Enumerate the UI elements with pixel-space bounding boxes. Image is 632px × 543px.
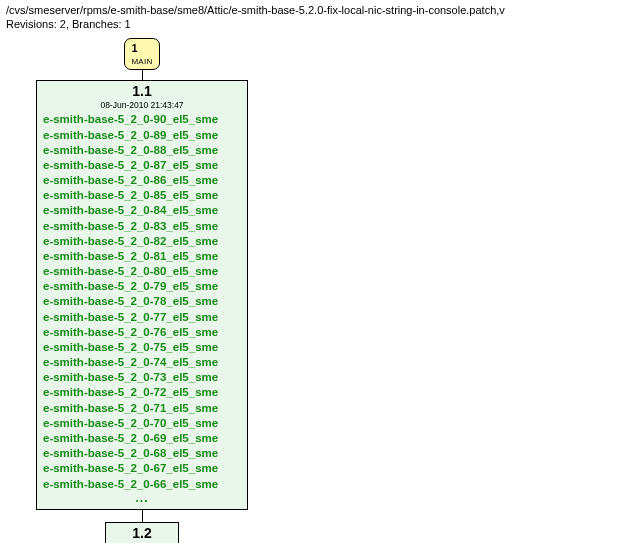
revision-tag: e-smith-base-5_2_0-85_el5_sme xyxy=(43,188,241,203)
revision-tag: e-smith-base-5_2_0-80_el5_sme xyxy=(43,264,241,279)
branch-number: 1 xyxy=(131,43,152,54)
revision-tag: e-smith-base-5_2_0-68_el5_sme xyxy=(43,446,241,461)
tag-list: e-smith-base-5_2_0-90_el5_smee-smith-bas… xyxy=(43,112,241,491)
revision-title: 1.2 xyxy=(112,526,172,541)
revision-tag: e-smith-base-5_2_0-72_el5_sme xyxy=(43,385,241,400)
revision-tag: e-smith-base-5_2_0-82_el5_sme xyxy=(43,234,241,249)
revision-tag: e-smith-base-5_2_0-71_el5_sme xyxy=(43,401,241,416)
revision-tag: e-smith-base-5_2_0-78_el5_sme xyxy=(43,294,241,309)
revision-tag: e-smith-base-5_2_0-75_el5_sme xyxy=(43,340,241,355)
revision-tag: e-smith-base-5_2_0-70_el5_sme xyxy=(43,416,241,431)
revision-node-1-2[interactable]: 1.2 18-Feb-2014 07:21:35 HEAD xyxy=(105,522,179,543)
revision-tag: e-smith-base-5_2_0-73_el5_sme xyxy=(43,370,241,385)
connector-line xyxy=(142,510,143,522)
revision-tag: e-smith-base-5_2_0-83_el5_sme xyxy=(43,219,241,234)
revision-tag: e-smith-base-5_2_0-90_el5_sme xyxy=(43,112,241,127)
revision-tag: e-smith-base-5_2_0-87_el5_sme xyxy=(43,158,241,173)
revision-node-1-1[interactable]: 1.1 08-Jun-2010 21:43:47 e-smith-base-5_… xyxy=(36,80,248,510)
revision-title: 1.1 xyxy=(43,84,241,99)
revision-date: 08-Jun-2010 21:43:47 xyxy=(43,100,241,110)
revision-tag: e-smith-base-5_2_0-74_el5_sme xyxy=(43,355,241,370)
revision-tag: e-smith-base-5_2_0-67_el5_sme xyxy=(43,461,241,476)
revision-tag: e-smith-base-5_2_0-66_el5_sme xyxy=(43,477,241,492)
revision-tag: e-smith-base-5_2_0-81_el5_sme xyxy=(43,249,241,264)
revision-tag: e-smith-base-5_2_0-86_el5_sme xyxy=(43,173,241,188)
revision-tag: e-smith-base-5_2_0-79_el5_sme xyxy=(43,279,241,294)
revision-tag: e-smith-base-5_2_0-84_el5_sme xyxy=(43,203,241,218)
tags-ellipsis: ... xyxy=(43,492,241,505)
revision-graph: 1 MAIN 1.1 08-Jun-2010 21:43:47 e-smith-… xyxy=(6,36,626,543)
revision-tag: e-smith-base-5_2_0-69_el5_sme xyxy=(43,431,241,446)
graph-column: 1 MAIN 1.1 08-Jun-2010 21:43:47 e-smith-… xyxy=(36,38,248,543)
revision-tag: e-smith-base-5_2_0-88_el5_sme xyxy=(43,143,241,158)
revision-tag: e-smith-base-5_2_0-76_el5_sme xyxy=(43,325,241,340)
revisions-summary: Revisions: 2, Branches: 1 xyxy=(6,18,626,30)
connector-line xyxy=(142,70,143,80)
revision-tag: e-smith-base-5_2_0-77_el5_sme xyxy=(43,310,241,325)
branch-name: MAIN xyxy=(131,57,152,66)
branch-node-main[interactable]: 1 MAIN xyxy=(124,38,159,70)
revision-tag: e-smith-base-5_2_0-89_el5_sme xyxy=(43,128,241,143)
file-path: /cvs/smeserver/rpms/e-smith-base/sme8/At… xyxy=(6,4,626,16)
